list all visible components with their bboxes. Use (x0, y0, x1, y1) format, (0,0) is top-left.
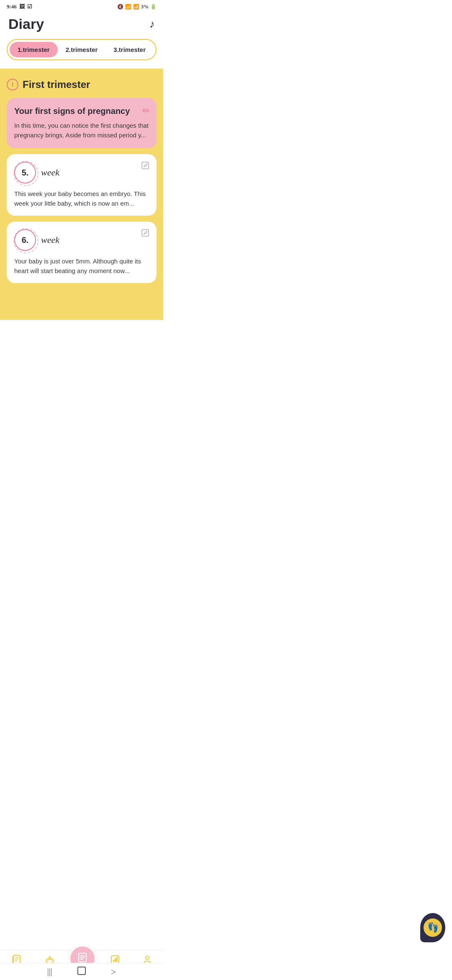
yellow-section: i First trimester Your first signs of pr… (0, 69, 163, 320)
week-6-label: week (41, 235, 59, 245)
info-icon: i (7, 79, 18, 90)
week-6-text: Your baby is just over 5mm. Although qui… (14, 257, 149, 276)
battery-icon: 🔋 (150, 4, 157, 10)
tab-1-trimester[interactable]: 1.trimester (10, 42, 58, 57)
time: 9:46 (7, 3, 17, 10)
svg-rect-0 (142, 162, 149, 169)
week-5-text: This week your baby becomes an embryo. T… (14, 189, 149, 208)
week-6-header: 6. week (14, 229, 149, 251)
pink-card-text: In this time, you can notice the first c… (14, 121, 149, 140)
week-6-number: 6. (22, 235, 29, 245)
tab-3-trimester[interactable]: 3.trimester (105, 42, 154, 57)
section-title-text: First trimester (23, 79, 90, 90)
pink-card-pregnancy-signs: Your first signs of pregnancy ✏ In this … (7, 98, 157, 148)
trimester-tabs: 1.trimester 2.trimester 3.trimester (7, 39, 157, 60)
page-title: Diary (8, 16, 44, 32)
photo-icon: 🖼 (19, 3, 25, 10)
week-6-card: 6. week Your baby is just over 5mm. Alth… (7, 222, 157, 283)
header: Diary ♪ (0, 12, 163, 39)
checkbox-icon: ☑ (27, 3, 32, 10)
week-6-circle: 6. (14, 229, 36, 251)
music-icon[interactable]: ♪ (149, 18, 155, 31)
section-title-row: i First trimester (7, 79, 157, 90)
week-5-header: 5. week (14, 162, 149, 183)
status-right: 🔇 📶 📶 3% 🔋 (117, 4, 157, 10)
mute-icon: 🔇 (117, 4, 123, 10)
week-5-circle: 5. (14, 162, 36, 183)
battery-level: 3% (141, 4, 149, 10)
week-5-edit-icon[interactable] (141, 161, 150, 173)
signal-icon: 📶 (133, 4, 139, 10)
status-bar: 9:46 🖼 ☑ 🔇 📶 📶 3% 🔋 (0, 0, 163, 12)
main-content: i First trimester Your first signs of pr… (0, 69, 163, 379)
week-6-edit-icon[interactable] (141, 228, 150, 240)
tab-2-trimester[interactable]: 2.trimester (58, 42, 106, 57)
svg-rect-1 (142, 230, 149, 236)
week-5-number: 5. (22, 168, 29, 178)
week-5-label: week (41, 167, 59, 178)
pink-card-title: Your first signs of pregnancy (14, 106, 149, 116)
wifi-icon: 📶 (125, 4, 131, 10)
pink-card-edit-icon[interactable]: ✏ (142, 106, 150, 116)
status-left: 9:46 🖼 ☑ (7, 3, 32, 10)
week-5-card: 5. week This week your baby becomes an e… (7, 154, 157, 216)
